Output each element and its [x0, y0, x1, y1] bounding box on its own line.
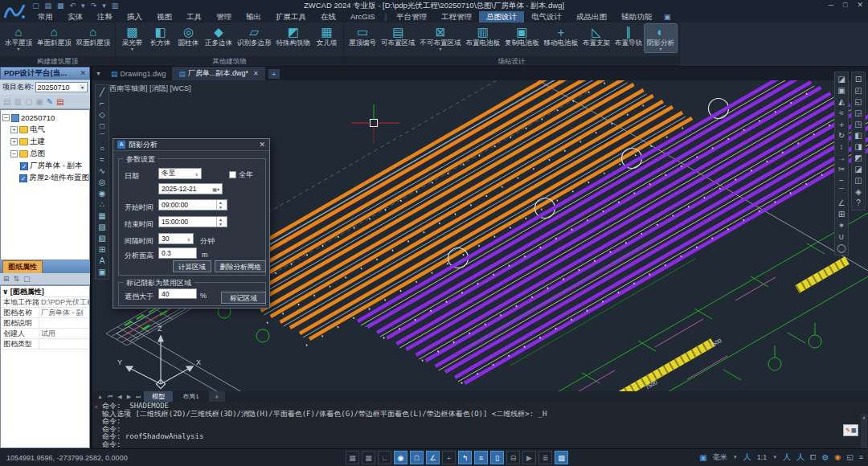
- next-layout-icon[interactable]: ▶: [125, 394, 133, 400]
- tree-item-project-root[interactable]: − 20250710: [1, 112, 89, 124]
- ortho-toggle[interactable]: ∟: [378, 451, 391, 464]
- break-icon[interactable]: ◯: [836, 243, 847, 253]
- tree-item-module-layout-drawing[interactable]: ✓ 房屋2-组件布置图: [1, 172, 89, 184]
- spline-icon[interactable]: ∿: [96, 166, 108, 176]
- join-icon[interactable]: ∪: [836, 231, 847, 242]
- property-category[interactable]: ∨ [图档属性]: [1, 286, 89, 297]
- btn-caiguangdai[interactable]: ▩ 采光带 ▾: [118, 24, 146, 52]
- import-icon[interactable]: ▥: [14, 97, 21, 106]
- units-value[interactable]: 毫米: [713, 452, 727, 463]
- move-icon[interactable]: ＋: [836, 119, 847, 129]
- rotate-icon[interactable]: ↻: [836, 130, 847, 141]
- command-close-icon[interactable]: ✕: [94, 403, 98, 411]
- command-history[interactable]: ✕ 命令: _SHADEMODE输入选项 [二维线框(2D)/三维线框(3D)/…: [92, 402, 868, 448]
- region-icon[interactable]: ▧: [96, 233, 108, 243]
- btn-shuiping-wuding[interactable]: ⌂ 水平屋顶 ▾: [2, 24, 35, 52]
- sort-az-icon[interactable]: ⇅: [14, 275, 20, 283]
- print-preview-icon[interactable]: ⊡: [853, 74, 864, 84]
- hardware-accel-icon[interactable]: ◉: [834, 453, 841, 461]
- expand-tabs-icon[interactable]: ▲: [96, 394, 104, 399]
- hatch-icon[interactable]: ▦: [96, 211, 108, 221]
- donut-icon[interactable]: ◉: [96, 188, 108, 198]
- btn-changfangti[interactable]: ◧ 长方体: [146, 24, 174, 47]
- cmd-grid-icon[interactable]: ▦: [852, 426, 856, 435]
- last-layout-icon[interactable]: ⏭: [134, 394, 142, 400]
- categorize-icon[interactable]: ⊞: [3, 275, 10, 283]
- tab-gongju[interactable]: 工具: [179, 11, 209, 22]
- btn-buzhi-dianchiban[interactable]: ▥ 布置电池板: [464, 24, 503, 47]
- lwt-toggle[interactable]: ≡: [474, 451, 488, 464]
- view-sw-iso-icon[interactable]: ◩: [853, 153, 864, 163]
- btn-buzhi-zhijia[interactable]: ◺ 布置支架: [580, 24, 612, 47]
- tab-drawing-properties[interactable]: 图纸属性: [2, 260, 43, 273]
- tree-item-civil[interactable]: + 土建: [1, 136, 89, 148]
- dwg-tab-changfang[interactable]: ▤ 厂房单...副本.dwg* ✕: [172, 67, 264, 80]
- dwg-tab-drawing1[interactable]: ▤ Drawing1.dwg: [104, 67, 173, 80]
- tab-charu[interactable]: 插入: [120, 11, 149, 22]
- property-row[interactable]: 图档类型: [1, 339, 89, 350]
- transparency-toggle[interactable]: ▯: [490, 451, 504, 464]
- new-layout-icon[interactable]: ＋: [209, 391, 225, 402]
- display-mode-icon[interactable]: ▣: [699, 453, 706, 462]
- mirror-icon[interactable]: ◭: [836, 96, 847, 107]
- fullscreen-icon[interactable]: ◱: [846, 453, 854, 461]
- tab-guanli[interactable]: 管理: [209, 11, 239, 22]
- new-drawing-tab-icon[interactable]: ＋: [268, 69, 280, 79]
- checkbox-box[interactable]: [229, 171, 236, 178]
- spinner-icon[interactable]: ▲▼: [216, 217, 224, 227]
- scale-icon[interactable]: ↕: [836, 141, 847, 152]
- tab-arcgis[interactable]: ArcGIS: [343, 11, 383, 22]
- btn-danmian-wuding[interactable]: ⌂ 单面斜屋顶: [35, 24, 74, 47]
- tab-fuzhu[interactable]: 辅助功能: [614, 11, 659, 22]
- interval-select[interactable]: 30∨: [158, 233, 194, 244]
- fillet-icon[interactable]: ⌒: [836, 186, 847, 197]
- btn-teshu-gouzhuwu[interactable]: ◩ 特殊构筑物: [274, 24, 313, 47]
- trim-icon[interactable]: ✂: [836, 164, 847, 174]
- table-icon[interactable]: ⊞: [96, 244, 108, 255]
- view-right-icon[interactable]: ◳: [853, 119, 864, 129]
- view-left-icon[interactable]: ◲: [853, 108, 864, 118]
- view-front-icon[interactable]: ◧: [853, 130, 864, 141]
- btn-kebuzhi-quyu[interactable]: ▤ 可布置区域: [379, 24, 418, 47]
- erase-icon[interactable]: ◪: [836, 74, 847, 84]
- esnap-toggle[interactable]: □: [410, 451, 424, 464]
- gradient-icon[interactable]: ▨: [96, 222, 108, 232]
- start-time-input[interactable]: 09:00:00 ▲▼: [158, 199, 227, 211]
- snap-toggle[interactable]: ▦: [362, 451, 375, 464]
- tab-zhushi[interactable]: 注释: [90, 11, 120, 22]
- prev-layout-icon[interactable]: ◀: [116, 394, 123, 400]
- btn-bukebuzhi-quyu[interactable]: ⊠ 不可布置区域 ▾: [418, 24, 464, 52]
- end-time-input[interactable]: 15:00:00 ▲▼: [158, 216, 227, 227]
- workspace-switch-icon[interactable]: ⧠: [810, 453, 816, 462]
- view-back-icon[interactable]: ◨: [853, 141, 864, 152]
- tab-list-dropdown-icon[interactable]: ▼: [92, 71, 104, 76]
- tab-shuchu[interactable]: 输出: [239, 11, 268, 22]
- point-icon[interactable]: ∴: [96, 199, 108, 210]
- polyline-icon[interactable]: ⌐: [96, 98, 108, 108]
- polar-toggle[interactable]: ◉: [394, 451, 407, 464]
- date-preset-select[interactable]: 冬至∨: [158, 168, 202, 179]
- btn-wuding-bianhao[interactable]: ▭ 屋顶编号: [346, 24, 379, 47]
- tab-shitu[interactable]: 视图: [149, 11, 179, 22]
- btn-yuanzhuti[interactable]: ◎ 圆柱体: [174, 24, 203, 47]
- project-name-select[interactable]: 20250710 ▾: [35, 82, 88, 92]
- mark-area-button[interactable]: 标记区域: [221, 292, 266, 304]
- plane-height-input[interactable]: 0.3: [158, 247, 197, 259]
- layout1-tab[interactable]: 布局1: [174, 391, 207, 402]
- delete-analysis-grid-button[interactable]: 删除分析网格: [215, 260, 266, 272]
- annotation-scale-value[interactable]: 1:1: [757, 453, 768, 461]
- edit-pencil-icon[interactable]: ✎: [47, 97, 53, 106]
- array-icon[interactable]: ⊞: [836, 209, 847, 219]
- all-year-checkbox[interactable]: 全年: [229, 170, 253, 180]
- cmd-edit-icon[interactable]: ✎: [845, 426, 850, 435]
- annotation-toggle[interactable]: ▨: [555, 451, 568, 464]
- model-tab[interactable]: 模型: [144, 391, 173, 402]
- grid-toggle[interactable]: ▦: [346, 451, 359, 464]
- prop-filter-icon[interactable]: ▢: [23, 275, 31, 283]
- doc-list-icon[interactable]: ▢: [25, 97, 32, 106]
- property-row[interactable]: 图档名称 厂房单体 - 副: [1, 308, 89, 318]
- property-row[interactable]: 本地工作路 D:\PDP光伏工程\: [1, 297, 89, 308]
- calendar-icon[interactable]: ▦▾: [212, 186, 219, 192]
- btn-zhengduobianti[interactable]: ◆ 正多边体: [203, 24, 235, 47]
- view-help-icon[interactable]: ?: [853, 198, 864, 208]
